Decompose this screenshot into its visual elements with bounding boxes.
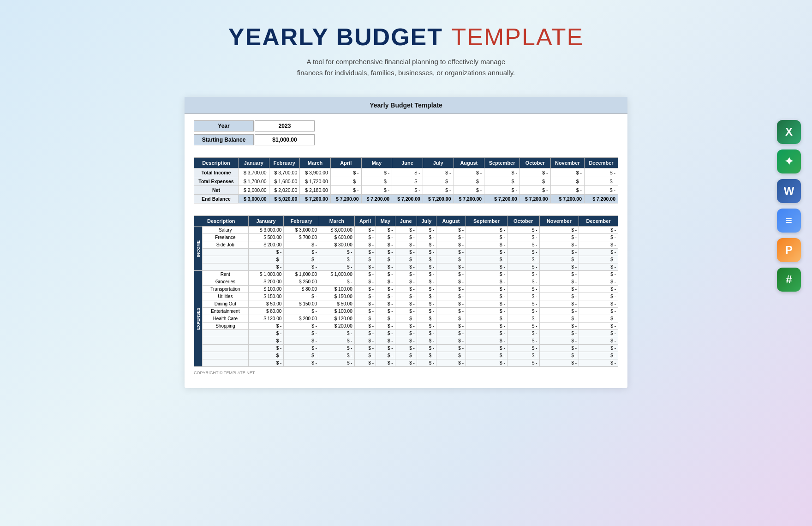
detail-cell: $ - (354, 263, 376, 271)
detail-cell: $ - (579, 271, 618, 278)
page-subtitle: A tool for comprehensive financial plann… (9, 56, 803, 78)
app-icon-google-docs[interactable]: ≡ (777, 209, 801, 233)
page-header: YEARLY BUDGET TEMPLATE A tool for compre… (0, 0, 812, 88)
detail-cell: $ - (539, 263, 579, 271)
detail-cell: $ - (579, 345, 618, 352)
detail-cell: $ - (436, 293, 466, 300)
detail-cell: $ - (436, 256, 466, 263)
detail-cell: $ - (507, 345, 539, 352)
detail-cell: $ - (579, 286, 618, 293)
detail-col-jan: January (248, 216, 284, 227)
detail-cell: $ - (354, 256, 376, 263)
detail-cell: $ - (417, 278, 436, 286)
detail-cell: $ - (436, 249, 466, 256)
detail-cell: $ - (417, 337, 436, 345)
summary-cell: $ - (361, 177, 392, 186)
summary-cell: $ - (550, 168, 584, 177)
app-icon-pages[interactable]: P (777, 238, 801, 262)
summary-col-oct: October (519, 158, 550, 168)
detail-cell: $ - (539, 359, 579, 367)
detail-cell: $ - (354, 315, 376, 323)
detail-cell: $ 200.00 (284, 315, 319, 323)
detail-cell: $ 600.00 (319, 234, 355, 241)
detail-cell: $ 80.00 (248, 308, 284, 315)
expense-item-label: Transportation (203, 286, 249, 293)
detail-cell: $ 150.00 (248, 293, 284, 300)
detail-cell: $ - (376, 293, 395, 300)
detail-cell: $ - (539, 352, 579, 359)
summary-col-aug: August (454, 158, 484, 168)
detail-cell: $ 150.00 (319, 293, 355, 300)
detail-cell: $ - (436, 227, 466, 234)
detail-cell: $ - (466, 352, 508, 359)
detail-cell: $ - (507, 337, 539, 345)
detail-cell: $ - (579, 263, 618, 271)
detail-cell: $ - (579, 352, 618, 359)
summary-cell: $ - (454, 168, 484, 177)
app-icon-word[interactable]: W (777, 179, 801, 203)
detail-cell: $ - (376, 359, 395, 367)
expense-item-label (203, 359, 249, 367)
summary-cell: $ - (392, 177, 423, 186)
detail-cell: $ - (507, 234, 539, 241)
summary-cell: $ 7,200.00 (550, 195, 584, 203)
detail-table: Description January February March April… (194, 215, 618, 367)
detail-cell: $ - (579, 234, 618, 241)
detail-cell: $ - (417, 359, 436, 367)
detail-cell: $ - (539, 256, 579, 263)
summary-cell: $ - (361, 168, 392, 177)
detail-cell: $ 200.00 (248, 278, 284, 286)
detail-cell: $ - (436, 234, 466, 241)
detail-cell: $ - (539, 286, 579, 293)
summary-cell: $ 2,180.00 (300, 186, 331, 195)
detail-cell: $ - (248, 330, 284, 337)
summary-col-nov: November (550, 158, 584, 168)
detail-cell: $ - (466, 241, 508, 249)
detail-cell: $ - (354, 278, 376, 286)
detail-cell: $ - (376, 249, 395, 256)
detail-cell: $ - (284, 256, 319, 263)
detail-cell: $ - (579, 241, 618, 249)
detail-cell: $ - (539, 227, 579, 234)
summary-cell: $ - (392, 186, 423, 195)
detail-cell: $ - (507, 315, 539, 323)
detail-cell: $ - (376, 278, 395, 286)
detail-cell: $ - (248, 256, 284, 263)
detail-cell: $ - (417, 352, 436, 359)
summary-cell: $ - (423, 168, 454, 177)
detail-cell: $ 700.00 (284, 234, 319, 241)
detail-cell: $ 100.00 (319, 308, 355, 315)
expense-item-label: Dining Out (203, 300, 249, 308)
detail-cell: $ - (579, 337, 618, 345)
detail-cell: $ - (354, 359, 376, 367)
app-icon-google-sheets[interactable]: ✦ (777, 149, 801, 173)
detail-cell: $ - (466, 271, 508, 278)
summary-cell: $ - (585, 168, 618, 177)
detail-col-jul: July (417, 216, 436, 227)
summary-cell: $ - (454, 177, 484, 186)
detail-cell: $ - (376, 308, 395, 315)
app-icon-excel[interactable]: X (777, 120, 801, 144)
detail-cell: $ - (579, 249, 618, 256)
summary-table: Description January February March April… (194, 157, 618, 203)
summary-cell: $ - (392, 168, 423, 177)
detail-col-desc: Description (194, 216, 249, 227)
expense-item-label (203, 330, 249, 337)
detail-cell: $ - (417, 315, 436, 323)
expense-item-label: Utilities (203, 293, 249, 300)
summary-cell: $ 1,720.00 (300, 177, 331, 186)
detail-cell: $ - (376, 300, 395, 308)
detail-cell: $ - (579, 315, 618, 323)
summary-cell: $ 5,020.00 (269, 195, 300, 203)
app-icon-numbers[interactable]: # (777, 268, 801, 292)
expense-item-label: Health Care (203, 315, 249, 323)
income-item-label (203, 256, 249, 263)
summary-cell: $ 7,200.00 (300, 195, 331, 203)
detail-cell: $ - (507, 241, 539, 249)
detail-cell: $ - (507, 286, 539, 293)
detail-cell: $ - (579, 227, 618, 234)
detail-cell: $ - (417, 286, 436, 293)
detail-cell: $ - (466, 286, 508, 293)
detail-cell: $ - (284, 323, 319, 330)
detail-cell: $ - (376, 263, 395, 271)
